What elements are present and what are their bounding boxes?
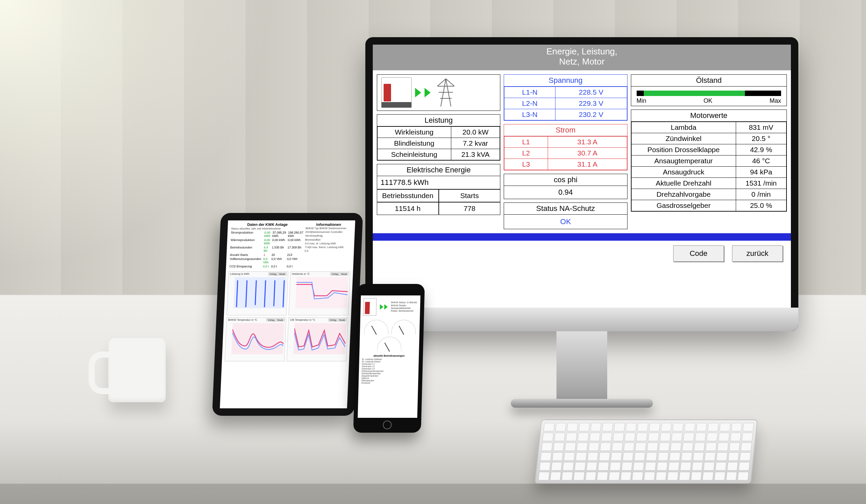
column-middle: Spannung L1-N 228.5 V L2-N 229.3 V L3-N … [504,75,627,229]
leistung-value-0: 20.0 kW [451,126,500,138]
spannung-value-0: 228.5 V [555,87,627,98]
page-title-line2: Netz, Motor [373,57,791,67]
chart2-btn-today[interactable]: Heute [275,318,285,321]
button-bar: Code zurück [373,241,791,262]
generator-to-grid-illustration [377,75,500,111]
phone-home-button[interactable] [383,421,392,429]
spannung-value-2: 230.2 V [555,109,627,120]
desk-shadow [0,484,866,504]
desktop-monitor: Energie, Leistung, Netz, Motor Leistung [365,37,798,331]
smartphone-device: BHKW Status: In Betrieb BHKW Details: Ne… [353,284,425,433]
tablet-data-grid: Stromproduktion0,00 kWh37.095,29 kWh198.… [229,231,303,268]
leistung-label-0: Wirkleistung [378,126,451,138]
monitor-stand [556,331,607,402]
tablet-status-cols: Status aktuelles Jahr seit Inbetriebnahm… [231,227,304,230]
panel-el-energie: Elektrische Energie 111778.5 kWh [377,164,500,189]
chp-unit-icon [363,298,377,316]
monitor-foot [511,399,653,408]
motor-label-0: Lambda [631,122,736,133]
page-title-line1: Energie, Leistung, [373,47,791,57]
flow-arrow-icon [384,304,387,310]
leistung-label-1: Blindleistung [378,138,451,149]
tablet-screen: Daten der KWK Anlage Status aktuelles Ja… [220,220,355,408]
phone-list-title: aktuelle Betriebsanzeigen [359,353,419,357]
phone-readings-list: El. Leistung Sollwert El. Leistung Istwe… [358,357,419,385]
strom-value-1: 30.7 A [548,147,627,159]
gauge-1 [364,320,388,335]
starts-title: Starts [439,189,501,202]
panel-strom: Strom L1 31.3 A L2 30.7 A L3 31.1 A [504,124,627,170]
chart0-btn-prev[interactable]: Vortag [268,273,278,275]
flow-arrow-icon [415,88,421,98]
chart2-btn-prev[interactable]: Vortag [266,318,276,321]
starts-value: 778 [439,202,501,215]
column-left: Leistung Wirkleistung 20.0 kW Blindleist… [377,75,500,229]
motor-label-7: Gasdrosselgeber [631,200,736,211]
spannung-label-0: L1-N [504,87,555,98]
footer-accent-bar [373,233,791,241]
panel-oelstand: Ölstand Min OK Max [631,75,787,106]
chart0-btn-today[interactable]: Heute [277,273,287,275]
tablet-charts-grid: Leistung in kWh Vortag Heute Heizkreis i… [222,270,353,364]
chart1-btn-today[interactable]: Heute [339,273,348,275]
oil-level-bar [637,91,781,96]
tablet-section-data-title: Daten der KWK Anlage [231,222,304,227]
chart3-btn-prev[interactable]: Vortag [328,318,338,321]
el-energie-title: Elektrische Energie [377,164,500,176]
panel-title-strom: Strom [504,124,627,136]
panel-spannung: Spannung L1-N 228.5 V L2-N 229.3 V L3-N … [504,75,627,121]
coffee-mug [108,338,166,402]
motor-label-1: Zündwinkel [631,133,736,144]
chart3-btn-today[interactable]: Heute [337,318,346,321]
motor-value-7: 25.0 % [736,200,786,211]
panel-title-spannung: Spannung [504,75,627,87]
page-title: Energie, Leistung, Netz, Motor [373,45,791,70]
flow-arrow-icon [379,304,383,310]
gauge-3 [377,337,402,352]
strom-value-2: 31.1 A [548,159,627,170]
cosphi-title: cos phi [504,174,627,186]
motor-label-5: Aktuelle Drehzahl [631,177,736,188]
betriebsstunden-value: 11514 h [377,202,439,215]
monitor-chin [365,308,798,331]
oelstand-title: Ölstand [631,75,787,87]
cosphi-value: 0.94 [504,186,627,199]
svg-rect-0 [233,277,287,308]
motor-value-3: 46 °C [736,155,786,166]
betriebsstunden-title: Betriebsstunden [377,189,439,202]
strom-label-1: L2 [504,147,548,159]
leistung-value-2: 21.3 kVA [451,149,500,160]
motor-label-4: Ansaugdruck [631,166,736,177]
chart-bhkw-temp[interactable]: BHKW Temperatur in °C Vortag Heute [225,318,287,362]
strom-label-2: L3 [504,159,548,170]
na-schutz-value: OK [504,215,627,229]
leistung-label-2: Scheinleistung [378,149,451,160]
oil-label-max: Max [769,98,781,104]
chart-heizkreis[interactable]: Heizkreis in °C Vortag Heute [289,272,351,316]
motor-label-2: Position Drosselklappe [631,144,736,155]
panel-cosphi: cos phi 0.94 [504,174,627,199]
svg-rect-2 [231,323,285,354]
chart-cm-temp[interactable]: CM Temperatur in °C Vortag Heute [287,318,348,362]
motor-value-2: 42.9 % [736,144,786,155]
code-button[interactable]: Code [673,245,724,262]
motor-value-0: 831 mV [736,122,786,133]
motorwerte-title: Motorwerte [631,110,787,122]
power-pylon-icon [434,77,458,108]
el-energie-value: 111778.5 kWh [377,176,500,189]
keyboard [534,420,758,484]
panel-title-leistung: Leistung [377,115,500,126]
tablet-device: Daten der KWK Anlage Status aktuelles Ja… [212,213,363,416]
flow-arrow-icon [424,88,431,98]
column-right: Ölstand Min OK Max Motorwerte Lambda [631,75,787,229]
motor-value-1: 20.5 ° [736,133,786,144]
chart-leistung[interactable]: Leistung in kWh Vortag Heute [227,272,289,316]
back-button[interactable]: zurück [732,245,783,262]
svg-rect-1 [295,277,348,308]
phone-screen: BHKW Status: In Betrieb BHKW Details: Ne… [357,296,420,418]
panel-na-schutz: Status NA-Schutz OK [504,203,627,229]
motor-value-5: 1531 /min [736,177,786,188]
tablet-section-info-title: Informationen [306,222,352,227]
panel-leistung: Leistung Wirkleistung 20.0 kW Blindleist… [377,114,500,161]
chart1-btn-prev[interactable]: Vortag [330,273,340,275]
